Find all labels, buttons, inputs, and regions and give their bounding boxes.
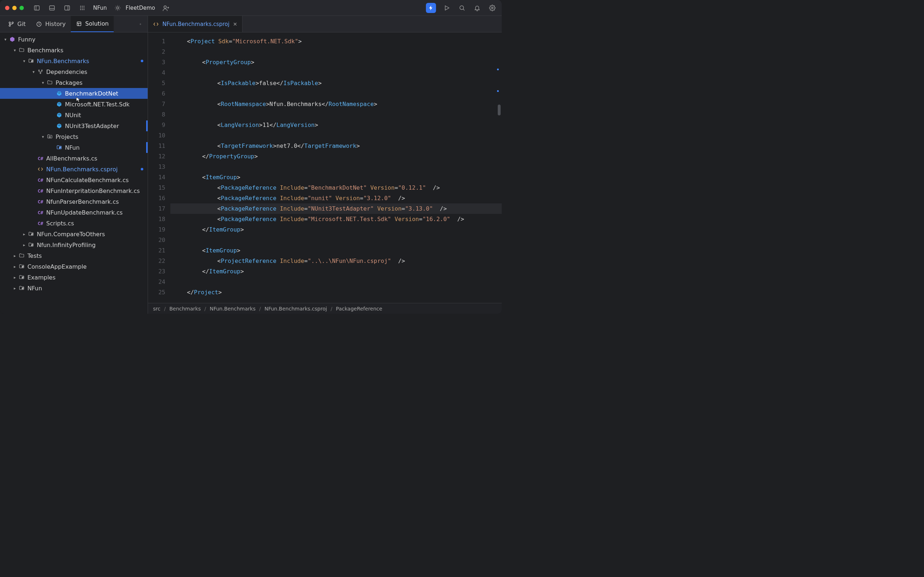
chevron-right-icon[interactable]: ▸ xyxy=(11,286,18,291)
tree-item-file_scripts[interactable]: C#Scripts.cs xyxy=(0,218,148,229)
code-line[interactable]: <IsPackable>false</IsPackable> xyxy=(170,78,502,89)
chevron-right-icon[interactable]: ▸ xyxy=(11,253,18,258)
add-tab-button[interactable] xyxy=(136,20,145,29)
code-line[interactable] xyxy=(170,109,502,120)
tree-item-root[interactable]: ▾Funny xyxy=(0,34,148,45)
close-window-button[interactable] xyxy=(5,6,10,10)
code-line[interactable]: <PropertyGroup> xyxy=(170,57,502,68)
breadcrumb-segment[interactable]: Benchmarks xyxy=(169,306,201,311)
breadcrumb-segment[interactable]: PackageReference xyxy=(336,306,383,311)
code-line[interactable]: <ItemGroup> xyxy=(170,245,502,256)
code-line[interactable] xyxy=(170,235,502,245)
run-button[interactable] xyxy=(443,3,451,12)
tree-item-file_parser[interactable]: C#NfunParserBenchmark.cs xyxy=(0,196,148,207)
breadcrumb[interactable]: src/Benchmarks/NFun.Benchmarks/NFun.Benc… xyxy=(148,303,502,314)
tree-item-folder_tests[interactable]: ▸Tests xyxy=(0,250,148,261)
code-line[interactable]: <TargetFramework>net7.0</TargetFramework… xyxy=(170,141,502,151)
tree-item-file_calc[interactable]: C#NFunCalculateBenchmark.cs xyxy=(0,174,148,185)
tree-item-pkg_nunit[interactable]: NUnit xyxy=(0,110,148,121)
minimize-window-button[interactable] xyxy=(12,6,16,10)
grid-icon[interactable] xyxy=(78,3,87,12)
panel-left-icon[interactable] xyxy=(32,3,41,12)
code-line[interactable]: <RootNamespace>Nfun.Benchmarks</RootName… xyxy=(170,99,502,109)
run-config[interactable]: FleetDemo xyxy=(113,3,155,12)
tree-item-dependencies[interactable]: ▾Dependencies xyxy=(0,66,148,77)
code-line[interactable]: <PackageReference Include="Microsoft.NET… xyxy=(170,214,502,224)
code-line[interactable]: <Project Sdk="Microsoft.NET.Sdk"> xyxy=(170,36,502,47)
tree-item-folder_examples[interactable]: ▸#Examples xyxy=(0,272,148,283)
chevron-down-icon[interactable]: ▾ xyxy=(2,37,9,42)
code-line[interactable]: <ProjectReference Include="..\..\NFun\NF… xyxy=(170,256,502,266)
breadcrumb-segment[interactable]: NFun.Benchmarks xyxy=(210,306,255,311)
chevron-right-icon[interactable]: ▸ xyxy=(21,243,27,247)
tree-item-file_update[interactable]: C#NFunUpdateBenchmark.cs xyxy=(0,207,148,218)
tree-item-pkg_bdn[interactable]: BenchmarkDotNet xyxy=(0,88,148,99)
line-number: 8 xyxy=(148,109,165,120)
package-icon xyxy=(56,122,63,129)
tree-item-folder_console[interactable]: ▸#ConsoleAppExample xyxy=(0,261,148,272)
project-name[interactable]: NFun xyxy=(93,5,107,11)
code-line[interactable]: <ItemGroup> xyxy=(170,172,502,182)
tree-item-benchmarks[interactable]: ▾Benchmarks xyxy=(0,45,148,56)
code-line[interactable]: <PackageReference Include="NUnit3TestAda… xyxy=(170,203,502,214)
search-icon[interactable] xyxy=(458,3,466,12)
close-tab-button[interactable]: ✕ xyxy=(233,21,237,27)
tree-item-projects[interactable]: ▾Projects xyxy=(0,131,148,142)
tab-solution[interactable]: Solution xyxy=(71,16,114,32)
breadcrumb-separator: / xyxy=(259,306,261,311)
code[interactable]: <Project Sdk="Microsoft.NET.Sdk"><Proper… xyxy=(169,32,502,303)
tab-git[interactable]: Git xyxy=(3,16,31,32)
tree-item-proj_nfun[interactable]: #NFun xyxy=(0,142,148,153)
tree-item-folder_compare[interactable]: ▸#NFun.CompareToOthers xyxy=(0,229,148,239)
maximize-window-button[interactable] xyxy=(19,6,24,10)
code-line[interactable] xyxy=(170,47,502,57)
code-editor[interactable]: 1234567891011121314151617181920212223242… xyxy=(148,32,502,303)
tab-history[interactable]: History xyxy=(31,16,71,32)
code-line[interactable]: <LangVersion>11</LangVersion> xyxy=(170,120,502,130)
line-number: 10 xyxy=(148,130,165,141)
chevron-right-icon[interactable]: ▸ xyxy=(11,275,18,280)
tree-item-label: Packages xyxy=(56,79,82,86)
tree-item-pkg_mstest[interactable]: Microsoft.NET.Test.Sdk xyxy=(0,99,148,110)
tree-item-label: NFunUpdateBenchmark.cs xyxy=(46,209,123,216)
panel-right-icon[interactable] xyxy=(63,3,71,12)
chevron-down-icon[interactable]: ▾ xyxy=(21,59,27,63)
tree-item-folder_nfun[interactable]: ▸#NFun xyxy=(0,283,148,293)
settings-icon[interactable] xyxy=(488,3,497,12)
chevron-down-icon[interactable]: ▾ xyxy=(11,48,18,53)
code-line[interactable] xyxy=(170,68,502,78)
editor-scrollbar[interactable] xyxy=(497,36,501,299)
solution-tree[interactable]: ▾Funny▾Benchmarks▾#NFun.Benchmarks▾Depen… xyxy=(0,32,148,314)
code-line[interactable]: <PackageReference Include="BenchmarkDotN… xyxy=(170,182,502,193)
tree-item-file_csproj[interactable]: NFun.Benchmarks.csproj xyxy=(0,164,148,174)
code-line[interactable] xyxy=(170,277,502,287)
tree-item-folder_infinity[interactable]: ▸#Nfun.InfinityProfiling xyxy=(0,239,148,250)
code-line[interactable]: </Project> xyxy=(170,287,502,298)
tree-item-pkg_nunit3[interactable]: NUnit3TestAdapter xyxy=(0,121,148,131)
editor-tab[interactable]: NFun.Benchmarks.csproj ✕ xyxy=(148,16,242,32)
code-line[interactable]: <PackageReference Include="nunit" Versio… xyxy=(170,193,502,203)
breadcrumb-segment[interactable]: NFun.Benchmarks.csproj xyxy=(265,306,327,311)
code-line[interactable]: </ItemGroup> xyxy=(170,224,502,235)
chevron-right-icon[interactable]: ▸ xyxy=(21,232,27,237)
chevron-right-icon[interactable]: ▸ xyxy=(11,264,18,269)
code-line[interactable] xyxy=(170,130,502,141)
scrollbar-thumb[interactable] xyxy=(498,105,501,115)
code-line[interactable] xyxy=(170,89,502,99)
ai-assistant-button[interactable] xyxy=(426,3,436,13)
tree-item-nfun_benchmarks[interactable]: ▾#NFun.Benchmarks xyxy=(0,56,148,66)
svg-point-15 xyxy=(116,7,119,9)
chevron-down-icon[interactable]: ▾ xyxy=(40,81,46,85)
panel-bottom-icon[interactable] xyxy=(48,3,56,12)
code-line[interactable]: </ItemGroup> xyxy=(170,266,502,277)
add-user-icon[interactable] xyxy=(162,3,170,12)
breadcrumb-segment[interactable]: src xyxy=(153,306,160,311)
tree-item-file_all[interactable]: C#AllBenchmarks.cs xyxy=(0,153,148,164)
code-line[interactable]: </PropertyGroup> xyxy=(170,151,502,161)
chevron-down-icon[interactable]: ▾ xyxy=(40,134,46,139)
tree-item-packages[interactable]: ▾Packages xyxy=(0,77,148,88)
notifications-icon[interactable] xyxy=(473,3,481,12)
tree-item-file_interp[interactable]: C#NFunInterpritationBenchmark.cs xyxy=(0,185,148,196)
code-line[interactable] xyxy=(170,161,502,172)
chevron-down-icon[interactable]: ▾ xyxy=(30,69,37,74)
